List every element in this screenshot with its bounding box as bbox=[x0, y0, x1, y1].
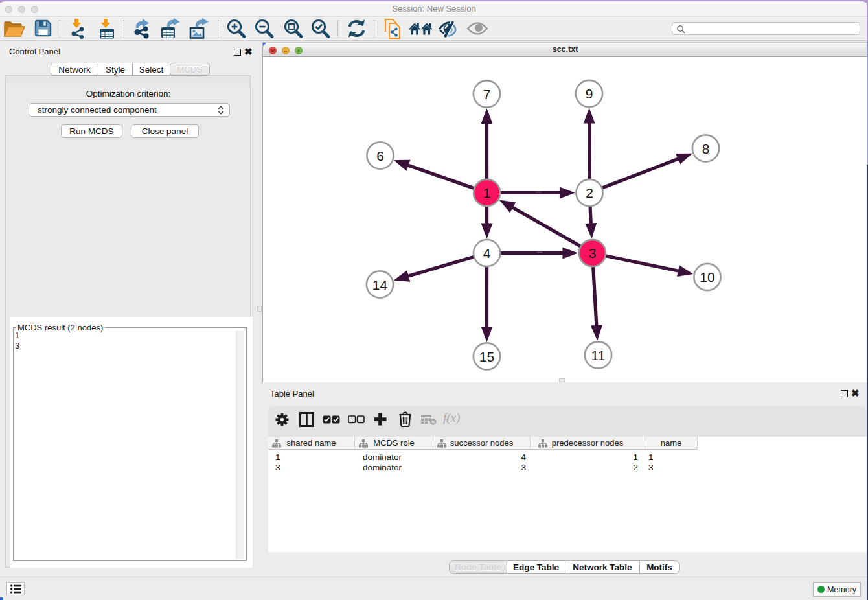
svg-text:8: 8 bbox=[702, 141, 710, 156]
svg-text:9: 9 bbox=[586, 86, 593, 101]
svg-text:11: 11 bbox=[591, 348, 606, 363]
svg-text:7: 7 bbox=[483, 87, 491, 102]
svg-text:6: 6 bbox=[376, 148, 384, 163]
svg-text:4: 4 bbox=[483, 246, 491, 260]
svg-text:14: 14 bbox=[372, 277, 388, 292]
svg-text:15: 15 bbox=[479, 349, 494, 364]
svg-text:1: 1 bbox=[483, 185, 491, 200]
svg-text:3: 3 bbox=[589, 246, 597, 260]
svg-text:10: 10 bbox=[700, 270, 714, 284]
svg-text:2: 2 bbox=[586, 185, 593, 200]
